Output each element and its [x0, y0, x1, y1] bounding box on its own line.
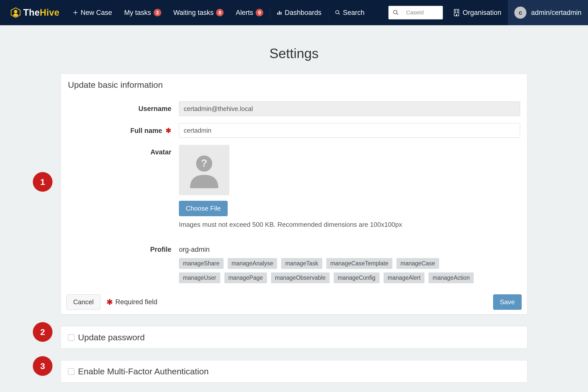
- nav-organisation-label: Organisation: [463, 9, 501, 17]
- nav-user-menu[interactable]: c admin/certadmin: [508, 0, 588, 25]
- nav-organisation[interactable]: Organisation: [447, 9, 508, 17]
- navbar: TheHive New Case My tasks 3 Waiting task…: [0, 0, 588, 25]
- avatar-hint: Images must not exceed 500 KB. Recommend…: [179, 221, 520, 229]
- nav-new-case[interactable]: New Case: [67, 5, 118, 20]
- mfa-checkbox[interactable]: [68, 368, 74, 375]
- callout-3: 3: [33, 356, 52, 376]
- nav-waiting-tasks[interactable]: Waiting tasks 8: [167, 5, 230, 20]
- row-avatar: Avatar ? Choose File Images mus: [68, 141, 520, 232]
- required-note-text: Required field: [115, 298, 157, 306]
- nav-divider: [328, 6, 328, 19]
- page: Settings 1 Update basic information User…: [0, 25, 588, 392]
- svg-text:?: ?: [201, 157, 207, 169]
- nav-my-tasks[interactable]: My tasks 3: [118, 5, 167, 20]
- profile-name: org-admin: [179, 242, 520, 254]
- svg-rect-5: [457, 10, 458, 11]
- brand[interactable]: TheHive: [0, 7, 67, 18]
- nav-alerts-label: Alerts: [236, 9, 253, 17]
- permission-tag: manageCase: [396, 258, 439, 269]
- required-note: ✱ Required field: [106, 298, 157, 306]
- svg-rect-8: [456, 14, 457, 16]
- svg-rect-7: [457, 12, 458, 13]
- nav-alerts[interactable]: Alerts 9: [230, 5, 269, 20]
- required-asterisk-icon: ✱: [166, 127, 171, 134]
- permission-tag: managePage: [224, 272, 267, 283]
- svg-rect-4: [455, 10, 456, 11]
- choose-file-button[interactable]: Choose File: [179, 201, 228, 216]
- save-button[interactable]: Save: [493, 294, 522, 310]
- fullname-input[interactable]: [179, 123, 520, 138]
- label-username: Username: [68, 101, 179, 113]
- row-username: Username: [68, 98, 520, 120]
- row-profile: Profile org-admin manageShare manageAnal…: [68, 232, 520, 287]
- svg-rect-6: [455, 12, 456, 13]
- svg-point-2: [13, 13, 18, 16]
- label-fullname: Full name ✱: [68, 123, 179, 135]
- permission-tag: manageAction: [429, 272, 474, 283]
- building-icon: [453, 9, 460, 16]
- username-input: [179, 101, 520, 116]
- callout-1: 1: [33, 172, 52, 192]
- panel-basic-info: Update basic information Username Full n…: [61, 74, 527, 315]
- nav-divider: [270, 6, 270, 19]
- panel-enable-mfa: Enable Multi-Factor Authentication: [61, 360, 527, 383]
- panel-basic-title: Update basic information: [61, 74, 527, 96]
- brand-the: The: [23, 7, 40, 18]
- profile-permissions: manageShare manageAnalyse manageTask man…: [179, 258, 482, 283]
- bar-chart-icon: [277, 10, 282, 15]
- permission-tag: manageAlert: [384, 272, 424, 283]
- nav-user-label: admin/certadmin: [531, 9, 581, 17]
- row-fullname: Full name ✱: [68, 120, 520, 141]
- label-avatar: Avatar: [68, 145, 179, 156]
- panel-password-title: Update password: [78, 332, 145, 342]
- nav-dashboards[interactable]: Dashboards: [271, 5, 328, 20]
- panel-mfa-title: Enable Multi-Factor Authentication: [78, 367, 209, 376]
- callout-2: 2: [33, 322, 52, 342]
- user-avatar: c: [514, 7, 526, 19]
- avatar-preview: ?: [179, 145, 229, 195]
- panel-basic-footer: Cancel ✱ Required field Save: [61, 290, 527, 314]
- nav-new-case-label: New Case: [81, 9, 112, 17]
- svg-point-1: [14, 10, 17, 13]
- panel-password-header[interactable]: Update password: [61, 326, 527, 348]
- panel-mfa-header[interactable]: Enable Multi-Factor Authentication: [61, 360, 527, 382]
- permission-tag: manageAnalyse: [228, 258, 277, 269]
- nav-search[interactable]: Search: [329, 5, 371, 20]
- nav-search-label: Search: [343, 9, 365, 17]
- plus-icon: [73, 10, 78, 15]
- required-asterisk-icon: ✱: [106, 298, 113, 306]
- search-icon: [335, 10, 340, 15]
- case-search-icon[interactable]: [388, 6, 403, 19]
- password-checkbox[interactable]: [68, 334, 74, 341]
- nav-list: New Case My tasks 3 Waiting tasks 8 Aler…: [67, 0, 371, 25]
- permission-tag: manageConfig: [334, 272, 380, 283]
- permission-tag: manageUser: [179, 272, 220, 283]
- nav-waiting-tasks-label: Waiting tasks: [173, 9, 214, 17]
- nav-my-tasks-label: My tasks: [124, 9, 151, 17]
- label-fullname-text: Full name: [130, 127, 162, 134]
- case-search-input[interactable]: [403, 6, 443, 19]
- case-search: [388, 6, 443, 19]
- my-tasks-badge: 3: [154, 9, 161, 16]
- label-profile: Profile: [68, 242, 179, 254]
- alerts-badge: 9: [256, 9, 263, 16]
- permission-tag: manageTask: [281, 258, 322, 269]
- panel-basic-body: Username Full name ✱ Avatar: [61, 96, 527, 290]
- hive-logo-icon: [10, 7, 21, 18]
- permission-tag: manageCaseTemplate: [326, 258, 392, 269]
- waiting-tasks-badge: 8: [216, 9, 224, 16]
- cancel-button[interactable]: Cancel: [66, 294, 100, 310]
- brand-hive: Hive: [40, 7, 60, 18]
- panels-wrap: 1 Update basic information Username Full…: [61, 74, 527, 383]
- permission-tag: manageShare: [179, 258, 224, 269]
- avatar-placeholder-icon: ?: [184, 150, 224, 190]
- nav-dashboards-label: Dashboards: [285, 9, 322, 17]
- permission-tag: manageObservable: [271, 272, 330, 283]
- panel-update-password: Update password: [61, 326, 527, 349]
- page-title: Settings: [0, 45, 588, 61]
